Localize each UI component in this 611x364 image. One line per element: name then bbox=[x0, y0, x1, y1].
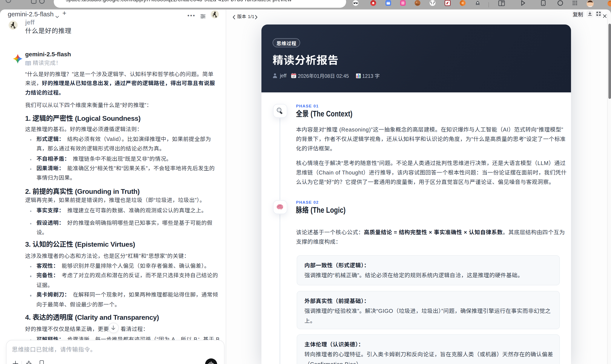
svg-text:17: 17 bbox=[292, 75, 295, 78]
